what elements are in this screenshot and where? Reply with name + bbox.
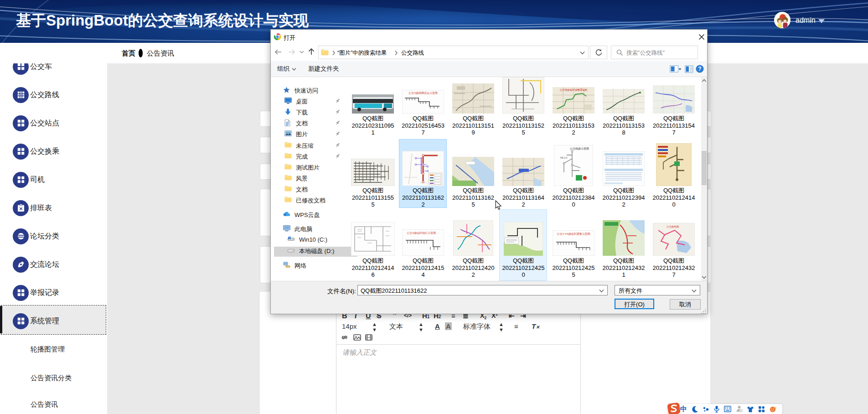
svg-text:PB.CO: PB.CO [560, 156, 568, 159]
svg-text:公交路线图: 公交路线图 [666, 225, 679, 228]
svg-text:公交X路线网优化示意图: 公交X路线网优化示意图 [408, 91, 438, 95]
svg-text:公交线路临时调整通知图: 公交线路临时调整通知图 [560, 88, 588, 92]
svg-text:?: ? [698, 66, 701, 72]
svg-text:公交X XX路临时调整示意图: 公交X XX路临时调整示意图 [557, 232, 590, 236]
svg-text:公交线路示意图: 公交线路示意图 [570, 147, 589, 150]
svg-text:公交X路临时绕行示意图 · ·: 公交X路临时绕行示意图 · · [407, 231, 439, 235]
